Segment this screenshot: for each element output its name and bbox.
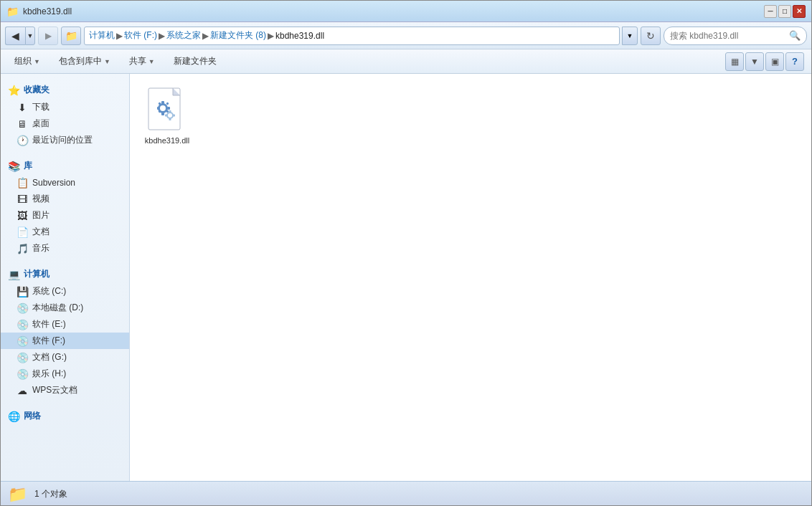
breadcrumb-current: kbdhe319.dll xyxy=(275,31,324,41)
favorites-icon: ⭐ xyxy=(8,85,20,96)
sidebar-section-favorites: ⭐ 收藏夹 xyxy=(1,80,129,99)
up-button[interactable]: 📁 xyxy=(61,27,81,45)
new-folder-button[interactable]: 新建文件夹 xyxy=(167,52,223,71)
svg-point-3 xyxy=(160,105,166,111)
forward-button[interactable]: ▶ xyxy=(38,27,58,45)
drive-c-icon: 💾 xyxy=(16,286,28,297)
panel-toggle-button[interactable]: ▣ xyxy=(765,52,784,71)
sidebar: ⭐ 收藏夹 ⬇ 下载 🖥 桌面 🕐 最近访问的位置 📚 库 📋 Subversi… xyxy=(1,74,130,481)
sidebar-item-drive-f[interactable]: 💿 软件 (F:) xyxy=(1,333,129,349)
drive-h-icon: 💿 xyxy=(16,368,28,380)
library-button[interactable]: 包含到库中 ▼ xyxy=(52,52,117,71)
sidebar-item-subversion[interactable]: 📋 Subversion xyxy=(1,175,129,191)
breadcrumb-computer[interactable]: 计算机 xyxy=(89,29,115,42)
drive-d-icon: 💿 xyxy=(16,302,28,314)
status-text: 1 个对象 xyxy=(34,488,67,500)
toolbar: 组织 ▼ 包含到库中 ▼ 共享 ▼ 新建文件夹 ▦ ▼ ▣ ? xyxy=(1,49,811,74)
sidebar-item-drive-d[interactable]: 💿 本地磁盘 (D:) xyxy=(1,300,129,316)
window-title: kbdhe319.dll xyxy=(23,6,72,16)
recent-icon: 🕐 xyxy=(16,135,28,146)
pictures-icon: 🖼 xyxy=(16,210,28,221)
sidebar-item-video[interactable]: 🎞 视频 xyxy=(1,191,129,207)
help-button[interactable]: ? xyxy=(785,52,804,71)
view-toggle-button[interactable]: ▦ xyxy=(725,52,744,71)
sidebar-item-recent[interactable]: 🕐 最近访问的位置 xyxy=(1,132,129,148)
svg-point-13 xyxy=(168,113,172,118)
download-icon: ⬇ xyxy=(16,102,28,113)
view-controls: ▦ ▼ ▣ ? xyxy=(725,52,804,71)
desktop-icon: 🖥 xyxy=(16,118,28,130)
content-area: kbdhe319.dll xyxy=(130,74,811,481)
drive-f-icon: 💿 xyxy=(16,335,28,347)
file-icon-wrapper xyxy=(144,87,190,133)
sidebar-section-network: 🌐 网络 xyxy=(1,406,129,425)
refresh-button[interactable]: ↻ xyxy=(641,27,661,45)
search-box[interactable]: 🔍 xyxy=(664,27,807,45)
library-icon: 📚 xyxy=(8,161,20,172)
minimize-button[interactable]: ─ xyxy=(764,5,777,18)
search-icon[interactable]: 🔍 xyxy=(789,30,801,41)
title-bar: 📁 kbdhe319.dll ─ □ ✕ xyxy=(1,1,811,22)
window-icon: 📁 xyxy=(6,6,19,17)
status-folder-icon: 📁 xyxy=(8,485,27,504)
sidebar-item-drive-e[interactable]: 💿 软件 (E:) xyxy=(1,316,129,333)
subversion-icon: 📋 xyxy=(16,177,28,188)
video-icon: 🎞 xyxy=(16,194,28,205)
maximize-button[interactable]: □ xyxy=(778,5,791,18)
sidebar-item-pictures[interactable]: 🖼 图片 xyxy=(1,207,129,224)
computer-icon: 💻 xyxy=(8,269,20,280)
network-icon: 🌐 xyxy=(8,411,20,422)
svg-rect-15 xyxy=(169,118,171,120)
sidebar-section-computer: 💻 计算机 xyxy=(1,264,129,283)
sidebar-item-wps-cloud[interactable]: ☁ WPS云文档 xyxy=(1,382,129,398)
close-button[interactable]: ✕ xyxy=(793,5,806,18)
address-path[interactable]: 计算机 ▶ 软件 (F:) ▶ 系统之家 ▶ 新建文件夹 (8) ▶ kbdhe… xyxy=(84,27,620,45)
address-bar: ◀ ▼ ▶ 📁 计算机 ▶ 软件 (F:) ▶ 系统之家 ▶ 新建文件夹 (8)… xyxy=(1,22,811,49)
svg-rect-4 xyxy=(161,101,164,104)
back-forward-group: ◀ ▼ xyxy=(5,27,35,45)
share-button[interactable]: 共享 ▼ xyxy=(123,52,161,71)
sidebar-item-drive-h[interactable]: 💿 娱乐 (H:) xyxy=(1,366,129,382)
sidebar-item-desktop[interactable]: 🖥 桌面 xyxy=(1,115,129,132)
sidebar-section-library: 📚 库 xyxy=(1,156,129,175)
sidebar-item-drive-c[interactable]: 💾 系统 (C:) xyxy=(1,283,129,300)
sidebar-item-music[interactable]: 🎵 音乐 xyxy=(1,240,129,257)
back-dropdown-button[interactable]: ▼ xyxy=(25,27,35,45)
breadcrumb-folder2[interactable]: 新建文件夹 (8) xyxy=(210,29,266,42)
address-dropdown-button[interactable]: ▼ xyxy=(622,27,638,45)
drive-g-icon: 💿 xyxy=(16,352,28,363)
music-icon: 🎵 xyxy=(16,243,28,254)
drive-e-icon: 💿 xyxy=(16,319,28,330)
svg-rect-17 xyxy=(173,115,175,117)
dll-file-icon xyxy=(147,87,187,133)
svg-rect-5 xyxy=(161,113,164,115)
title-bar-left: 📁 kbdhe319.dll xyxy=(6,6,72,17)
svg-rect-6 xyxy=(157,107,160,110)
title-buttons: ─ □ ✕ xyxy=(764,5,806,18)
svg-rect-7 xyxy=(167,107,170,110)
breadcrumb-drive[interactable]: 软件 (F:) xyxy=(124,29,157,42)
search-input[interactable] xyxy=(670,31,786,41)
sidebar-item-documents[interactable]: 📄 文档 xyxy=(1,224,129,240)
organize-button[interactable]: 组织 ▼ xyxy=(8,52,47,71)
sidebar-item-drive-g[interactable]: 💿 文档 (G:) xyxy=(1,349,129,366)
view-dropdown-button[interactable]: ▼ xyxy=(745,52,764,71)
documents-icon: 📄 xyxy=(16,226,28,238)
cloud-icon: ☁ xyxy=(16,385,28,396)
status-bar: 📁 1 个对象 xyxy=(1,481,811,506)
back-button[interactable]: ◀ xyxy=(5,27,25,45)
file-item-kbdhe319[interactable]: kbdhe319.dll xyxy=(138,82,196,150)
sidebar-item-download[interactable]: ⬇ 下载 xyxy=(1,99,129,115)
svg-rect-14 xyxy=(169,110,171,113)
main-area: ⭐ 收藏夹 ⬇ 下载 🖥 桌面 🕐 最近访问的位置 📚 库 📋 Subversi… xyxy=(1,74,811,481)
svg-rect-16 xyxy=(165,115,167,117)
breadcrumb-folder1[interactable]: 系统之家 xyxy=(166,29,201,42)
file-label: kbdhe319.dll xyxy=(145,135,189,145)
